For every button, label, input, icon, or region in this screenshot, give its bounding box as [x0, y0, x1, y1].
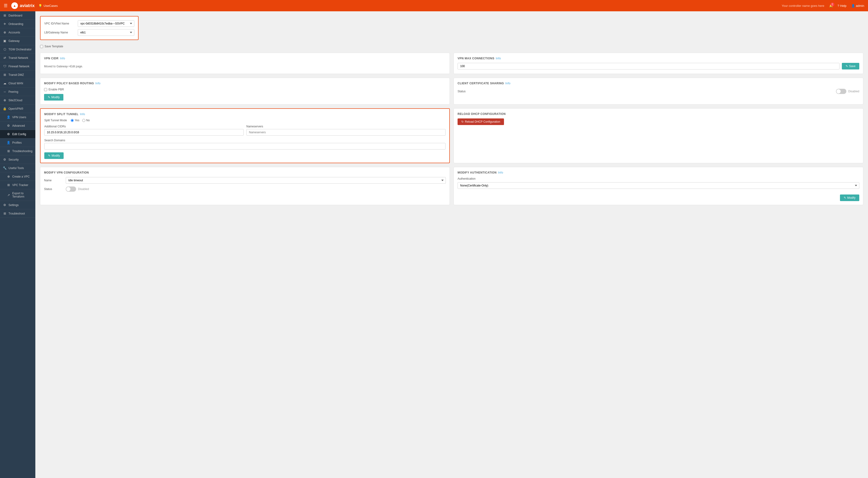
help-button[interactable]: ? Help [838, 4, 846, 7]
auth-select[interactable]: None(Certificate-Only) [458, 182, 859, 189]
sidebar-label-site2cloud: Site2Cloud [8, 99, 22, 102]
sidebar-item-firewall-network[interactable]: 🛡 Firewall Network [0, 62, 35, 71]
save-template-checkbox[interactable] [40, 45, 43, 48]
accounts-icon: ⊕ [3, 31, 7, 34]
modify-auth-info-link[interactable]: Info [498, 171, 503, 174]
vpc-select[interactable]: vpc-0d0318b8410c7edba---SSVPC [78, 20, 134, 27]
reload-dhcp-button[interactable]: ↻ Reload DHCP Configuration [458, 119, 504, 125]
cert-status-label: Status [458, 90, 466, 93]
sidebar-label-settings: Settings [8, 203, 19, 207]
controller-name: Your controller name goes here [782, 4, 825, 7]
sidebar-item-openvpn[interactable]: 🔒 OpenVPN® [0, 104, 35, 113]
sidebar-label-accounts: Accounts [8, 31, 20, 34]
sidebar-item-gateway[interactable]: ▣ Gateway [0, 37, 35, 45]
cert-toggle[interactable] [836, 89, 846, 94]
split-tunnel-info-link[interactable]: Info [80, 113, 85, 116]
vpn-cidr-info-link[interactable]: Info [60, 57, 65, 60]
usecases-menu[interactable]: 💡 UseCases [38, 4, 58, 7]
sidebar-item-peering[interactable]: ↔ Peering [0, 88, 35, 96]
panels-grid: VPN CIDR Info Moved to Gateway->Edit pag… [40, 53, 863, 205]
split-tunnel-yes-option[interactable]: Yes [71, 119, 80, 122]
pbr-modify-button[interactable]: ✎ Modify [44, 94, 63, 100]
vpn-config-status-text: Disabled [78, 187, 89, 191]
sidebar-item-dashboard[interactable]: ⊞ Dashboard [0, 11, 35, 20]
auth-modify-button[interactable]: ✎ Modify [840, 194, 859, 201]
sidebar-item-edit-config[interactable]: ⚙ Edit Config [0, 130, 35, 138]
sidebar-item-troubleshoot[interactable]: ⊞ Troubleshoot [0, 209, 35, 218]
sidebar-label-onboarding: Onboarding [8, 22, 23, 26]
cidrs-input[interactable] [44, 129, 244, 136]
sidebar-label-dmz: Transit DMZ [8, 73, 24, 76]
sidebar-item-export-terraform[interactable]: ↗ Export to Terraform [0, 189, 35, 201]
cert-sharing-info-link[interactable]: Info [505, 82, 510, 85]
vpn-config-name-row: Name Idle timeout [44, 177, 446, 184]
vpctracker-icon: ⊞ [7, 183, 10, 187]
troubleshoot-icon: ⊞ [3, 212, 7, 215]
sidebar-item-useful-tools[interactable]: 🔧 Useful Tools [0, 164, 35, 172]
split-tunnel-no-option[interactable]: No [82, 119, 90, 122]
troubleshooting-sub-icon: ⊞ [7, 149, 10, 153]
vpn-max-info-link[interactable]: Info [496, 57, 501, 60]
logo-icon [11, 2, 18, 9]
sidebar-item-security[interactable]: ⚙ Security [0, 155, 35, 164]
bell-badge: 2 [831, 3, 834, 6]
split-tunnel-no-radio[interactable] [82, 119, 85, 122]
sidebar-label-cloudwan: Cloud WAN [8, 82, 23, 85]
sidebar-item-advanced[interactable]: ⚙ Advanced [0, 122, 35, 130]
max-conn-save-button[interactable]: ✎ Save [842, 63, 859, 69]
sidebar-item-tgw[interactable]: ⬡ TGW Orchestrator [0, 45, 35, 54]
search-domains-field: Search Domains [44, 138, 445, 150]
sidebar-label-openvpn: OpenVPN® [8, 107, 23, 110]
help-icon: ? [838, 4, 839, 7]
split-tunnel-modify-button[interactable]: ✎ Modify [44, 152, 64, 159]
save-template-row: Save Template [40, 45, 863, 48]
nameservers-label: Nameservers [246, 125, 446, 128]
sidebar-item-settings[interactable]: ⚙ Settings [0, 201, 35, 209]
sidebar-item-troubleshooting-sub[interactable]: ⊞ Troubleshooting [0, 147, 35, 155]
max-conn-input[interactable] [458, 63, 839, 69]
nameservers-input[interactable] [246, 129, 446, 136]
sidebar-item-vpc-tracker[interactable]: ⊞ VPC Tracker [0, 181, 35, 189]
pbr-title: MODIFY POLICY BASED ROUTING Info [44, 82, 446, 85]
lb-select[interactable]: elb1 [78, 29, 134, 36]
pbr-enable-checkbox[interactable] [44, 88, 47, 91]
save-icon: ✎ [846, 65, 848, 68]
sidebar-item-create-vpc[interactable]: ⊕ Create a VPC [0, 172, 35, 181]
topnav-left: ☰ aviatrix 💡 UseCases [4, 2, 58, 9]
vpn-config-toggle[interactable] [66, 187, 76, 192]
admin-icon: 👤 [851, 4, 855, 7]
vpn-config-name-label: Name [44, 179, 63, 182]
split-tunnel-yes-radio[interactable] [71, 119, 74, 122]
top-selectors: VPC ID/VNet Name vpc-0d0318b8410c7edba--… [40, 16, 138, 40]
sidebar-item-cloud-wan[interactable]: ☁ Cloud WAN [0, 79, 35, 88]
cert-sharing-title: CLIENT CERTIFICATE SHARING Info [458, 82, 859, 85]
dashboard-icon: ⊞ [3, 14, 7, 17]
security-icon: ⚙ [3, 158, 7, 161]
tgw-icon: ⬡ [3, 47, 7, 51]
sidebar: ⊞ Dashboard ✈ Onboarding ⊕ Accounts ▣ Ga… [0, 11, 35, 478]
vpn-config-name-select[interactable]: Idle timeout [66, 177, 446, 184]
sidebar-item-transit-network[interactable]: ⇄ Transit Network [0, 54, 35, 62]
sidebar-label-profiles: Profiles [12, 141, 22, 144]
logo: aviatrix [11, 2, 35, 9]
sidebar-item-site2cloud[interactable]: ⊕ Site2Cloud [0, 96, 35, 104]
cidrs-label: Additional CIDRs [44, 125, 244, 128]
hamburger-menu[interactable]: ☰ [4, 3, 7, 8]
sidebar-item-onboarding[interactable]: ✈ Onboarding [0, 20, 35, 28]
sidebar-item-profiles[interactable]: 👤 Profiles [0, 138, 35, 147]
sidebar-item-vpn-users[interactable]: 👤 VPN Users [0, 113, 35, 122]
split-tunnel-mode-row: Split Tunnel Mode Yes No [44, 119, 445, 122]
pbr-info-link[interactable]: Info [95, 82, 101, 85]
admin-button[interactable]: 👤 admin [851, 4, 864, 7]
pbr-panel: MODIFY POLICY BASED ROUTING Info Enable … [40, 78, 450, 104]
vpn-config-toggle-group: Disabled [66, 187, 89, 192]
topnav-right: Your controller name goes here 🔔 2 ? Hel… [782, 4, 864, 7]
sidebar-item-transit-dmz[interactable]: ⊞ Transit DMZ [0, 71, 35, 79]
sidebar-item-accounts[interactable]: ⊕ Accounts [0, 28, 35, 37]
vpn-max-title: VPN MAX CONNECTIONS Info [458, 57, 859, 60]
search-domains-input[interactable] [44, 143, 445, 150]
usecases-label: UseCases [43, 4, 58, 7]
reload-dhcp-title: RELOAD DHCP CONFIGURATION [458, 112, 859, 116]
vpn-max-panel: VPN MAX CONNECTIONS Info ✎ Save [454, 53, 863, 74]
notification-bell[interactable]: 🔔 2 [829, 4, 833, 7]
